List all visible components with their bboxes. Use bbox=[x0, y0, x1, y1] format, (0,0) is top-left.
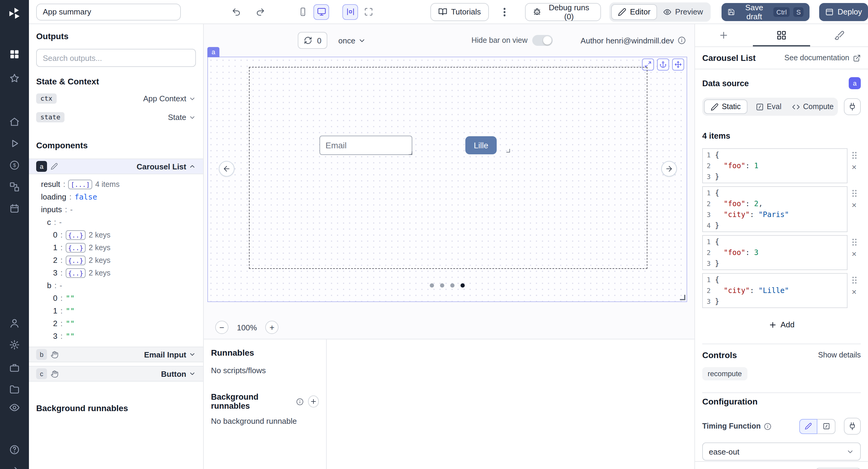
component-row-email-input[interactable]: b Email Input bbox=[29, 347, 203, 362]
output-tree-row[interactable]: 2:{..}2 keys bbox=[36, 254, 196, 267]
timing-connect-button[interactable] bbox=[844, 418, 861, 435]
delete-item-button[interactable]: × bbox=[852, 250, 857, 257]
carousel-next-button[interactable] bbox=[661, 161, 677, 177]
timing-static-mode-button[interactable] bbox=[799, 419, 817, 434]
app-summary-input[interactable] bbox=[36, 3, 181, 20]
save-draft-button[interactable]: Save draft Ctrl S bbox=[722, 3, 810, 21]
component-row-button[interactable]: c Button bbox=[29, 366, 203, 382]
tutorials-button[interactable]: Tutorials bbox=[431, 3, 489, 21]
json-editor[interactable]: 1{2 "city": "Lille"3} bbox=[702, 273, 847, 308]
output-tree-row[interactable]: loading:false bbox=[36, 190, 196, 203]
styling-show-button[interactable]: Show bbox=[816, 468, 861, 469]
drag-handle-icon[interactable] bbox=[851, 189, 857, 197]
rail-help-button[interactable] bbox=[6, 441, 23, 458]
carousel-component-frame[interactable]: a Lille bbox=[207, 57, 687, 302]
timing-function-select[interactable]: ease-out bbox=[702, 442, 861, 461]
carousel-dot[interactable] bbox=[430, 283, 434, 287]
rail-workers-button[interactable] bbox=[6, 359, 23, 376]
output-tree-row[interactable]: inputs:- bbox=[36, 203, 196, 216]
rail-resources-button[interactable] bbox=[6, 179, 23, 195]
hide-bar-toggle[interactable] bbox=[532, 35, 553, 46]
carousel-inner-container[interactable] bbox=[249, 67, 647, 269]
rail-audit-button[interactable] bbox=[6, 399, 23, 416]
recompute-control[interactable]: recompute bbox=[702, 367, 747, 380]
rail-schedules-button[interactable] bbox=[6, 200, 23, 217]
rail-apps-button[interactable] bbox=[6, 46, 23, 63]
carousel-dot[interactable] bbox=[440, 283, 444, 287]
refresh-app-button[interactable]: 0 bbox=[298, 32, 327, 49]
chevron-down-icon bbox=[358, 36, 366, 44]
output-tree-row[interactable]: 3:{..}2 keys bbox=[36, 267, 196, 279]
delete-item-button[interactable]: × bbox=[852, 288, 857, 295]
add-item-button[interactable]: Add bbox=[769, 320, 795, 329]
json-editor[interactable]: 1{2 "foo": 2,3 "city": "Paris"4} bbox=[702, 186, 847, 232]
tab-insert-component[interactable] bbox=[695, 24, 752, 46]
info-icon[interactable] bbox=[764, 422, 772, 430]
deploy-button[interactable]: Deploy bbox=[819, 3, 868, 21]
component-row-carousel[interactable]: a Carousel List bbox=[29, 159, 203, 174]
mode-compute-button[interactable]: Compute bbox=[790, 99, 836, 114]
search-outputs-input[interactable] bbox=[36, 49, 196, 67]
redo-button[interactable] bbox=[253, 4, 268, 20]
run-mode-dropdown[interactable]: once bbox=[338, 36, 366, 45]
info-icon[interactable] bbox=[678, 36, 686, 44]
resize-handle[interactable] bbox=[409, 151, 412, 155]
editor-tab[interactable]: Editor bbox=[611, 4, 657, 20]
output-tree-row[interactable]: c:- bbox=[36, 216, 196, 228]
ctx-row[interactable]: ctx App Context bbox=[36, 92, 196, 105]
mode-eval-button[interactable]: Eval bbox=[747, 99, 789, 114]
rail-collapse-button[interactable] bbox=[6, 462, 23, 469]
more-menu-button[interactable] bbox=[497, 4, 512, 20]
debug-runs-button[interactable]: Debug runs (0) bbox=[525, 3, 601, 21]
delete-item-button[interactable]: × bbox=[852, 163, 857, 170]
info-icon[interactable] bbox=[296, 398, 304, 405]
rail-home-button[interactable] bbox=[6, 113, 23, 130]
output-tree-row[interactable]: 0:{..}2 keys bbox=[36, 228, 196, 241]
carousel-dot[interactable] bbox=[450, 283, 455, 287]
carousel-prev-button[interactable] bbox=[219, 161, 235, 177]
email-input[interactable] bbox=[319, 136, 412, 155]
output-tree-row[interactable]: 1:"" bbox=[36, 305, 196, 317]
rail-users-button[interactable] bbox=[6, 315, 23, 332]
rail-favorites-button[interactable] bbox=[6, 70, 23, 87]
move-component-button[interactable] bbox=[672, 59, 684, 70]
tab-styling[interactable] bbox=[810, 24, 868, 46]
output-tree-row[interactable]: b:- bbox=[36, 279, 196, 292]
drag-handle-icon[interactable] bbox=[851, 238, 857, 246]
resize-handle[interactable] bbox=[506, 149, 510, 153]
output-tree-row[interactable]: result:[...]4 items bbox=[36, 178, 196, 190]
add-background-runnable-button[interactable] bbox=[308, 396, 319, 408]
center-canvas-button[interactable] bbox=[342, 4, 358, 20]
undo-button[interactable] bbox=[229, 4, 243, 20]
preview-tab[interactable]: Preview bbox=[657, 4, 709, 20]
see-documentation-link[interactable]: See documentation bbox=[784, 54, 861, 62]
show-details-link[interactable]: Show details bbox=[818, 351, 861, 359]
zoom-in-button[interactable]: + bbox=[266, 321, 279, 334]
state-row[interactable]: state State bbox=[36, 110, 196, 124]
drag-handle-icon[interactable] bbox=[851, 276, 857, 284]
mobile-view-button[interactable] bbox=[296, 4, 311, 20]
carousel-button[interactable]: Lille bbox=[465, 136, 497, 154]
timing-eval-mode-button[interactable] bbox=[817, 419, 835, 434]
tab-component-settings[interactable] bbox=[752, 24, 810, 46]
zoom-out-button[interactable]: − bbox=[215, 321, 228, 334]
output-tree-row[interactable]: 2:"" bbox=[36, 317, 196, 330]
anchor-component-button[interactable] bbox=[657, 59, 669, 70]
rail-runs-button[interactable] bbox=[6, 135, 23, 152]
output-tree-row[interactable]: 1:{..}2 keys bbox=[36, 241, 196, 254]
output-tree-row[interactable]: 0:"" bbox=[36, 292, 196, 305]
delete-item-button[interactable]: × bbox=[852, 201, 857, 209]
output-tree-row[interactable]: 3:"" bbox=[36, 330, 196, 342]
json-editor[interactable]: 1{2 "foo": 13} bbox=[702, 148, 847, 183]
mode-static-button[interactable]: Static bbox=[704, 99, 747, 114]
rail-variables-button[interactable]: $ bbox=[6, 157, 23, 174]
connect-data-source-button[interactable] bbox=[844, 98, 861, 115]
rail-folders-button[interactable] bbox=[6, 381, 23, 398]
json-editor[interactable]: 1{2 "foo": 33} bbox=[702, 235, 847, 270]
drag-handle-icon[interactable] bbox=[851, 151, 857, 159]
fit-view-button[interactable] bbox=[361, 4, 376, 20]
windmill-logo-button[interactable] bbox=[6, 5, 23, 22]
desktop-view-button[interactable] bbox=[313, 4, 329, 20]
rail-settings-button[interactable] bbox=[6, 336, 23, 353]
carousel-dot[interactable] bbox=[461, 283, 465, 287]
